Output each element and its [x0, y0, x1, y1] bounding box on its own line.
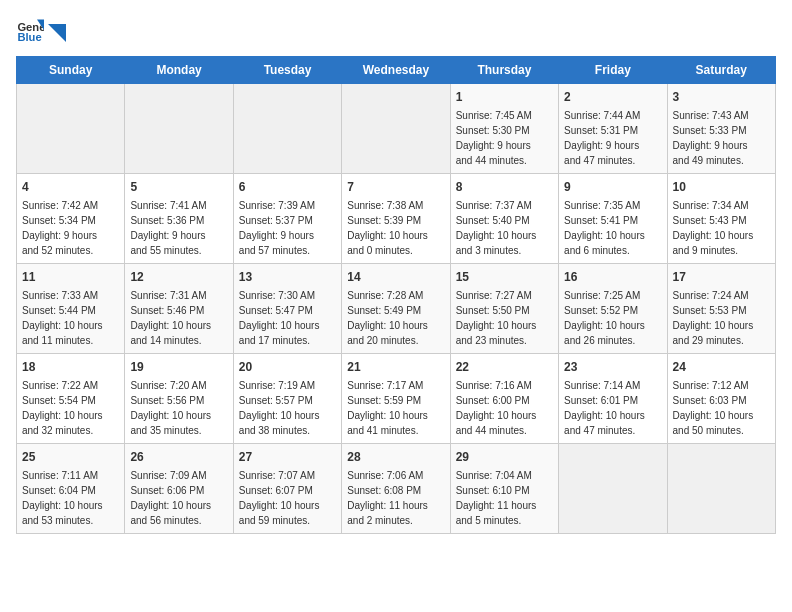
calendar-cell: 19Sunrise: 7:20 AMSunset: 5:56 PMDayligh… [125, 354, 233, 444]
day-info: Sunrise: 7:33 AMSunset: 5:44 PMDaylight:… [22, 288, 119, 348]
day-info: Sunrise: 7:04 AMSunset: 6:10 PMDaylight:… [456, 468, 553, 528]
day-info: Sunrise: 7:45 AMSunset: 5:30 PMDaylight:… [456, 108, 553, 168]
day-header-friday: Friday [559, 57, 667, 84]
calendar-table: SundayMondayTuesdayWednesdayThursdayFrid… [16, 56, 776, 534]
day-info: Sunrise: 7:27 AMSunset: 5:50 PMDaylight:… [456, 288, 553, 348]
day-info: Sunrise: 7:19 AMSunset: 5:57 PMDaylight:… [239, 378, 336, 438]
header: General Blue [16, 16, 776, 44]
days-header-row: SundayMondayTuesdayWednesdayThursdayFrid… [17, 57, 776, 84]
day-number: 10 [673, 178, 770, 196]
day-info: Sunrise: 7:06 AMSunset: 6:08 PMDaylight:… [347, 468, 444, 528]
calendar-cell: 23Sunrise: 7:14 AMSunset: 6:01 PMDayligh… [559, 354, 667, 444]
day-number: 29 [456, 448, 553, 466]
calendar-cell: 1Sunrise: 7:45 AMSunset: 5:30 PMDaylight… [450, 84, 558, 174]
day-info: Sunrise: 7:14 AMSunset: 6:01 PMDaylight:… [564, 378, 661, 438]
day-number: 4 [22, 178, 119, 196]
day-number: 28 [347, 448, 444, 466]
calendar-cell: 16Sunrise: 7:25 AMSunset: 5:52 PMDayligh… [559, 264, 667, 354]
calendar-cell [125, 84, 233, 174]
day-number: 26 [130, 448, 227, 466]
calendar-cell [342, 84, 450, 174]
calendar-cell [559, 444, 667, 534]
day-header-monday: Monday [125, 57, 233, 84]
day-number: 16 [564, 268, 661, 286]
day-info: Sunrise: 7:28 AMSunset: 5:49 PMDaylight:… [347, 288, 444, 348]
day-info: Sunrise: 7:38 AMSunset: 5:39 PMDaylight:… [347, 198, 444, 258]
day-number: 12 [130, 268, 227, 286]
day-number: 2 [564, 88, 661, 106]
calendar-cell [667, 444, 775, 534]
day-number: 8 [456, 178, 553, 196]
day-number: 19 [130, 358, 227, 376]
day-info: Sunrise: 7:22 AMSunset: 5:54 PMDaylight:… [22, 378, 119, 438]
day-info: Sunrise: 7:37 AMSunset: 5:40 PMDaylight:… [456, 198, 553, 258]
calendar-cell: 24Sunrise: 7:12 AMSunset: 6:03 PMDayligh… [667, 354, 775, 444]
day-info: Sunrise: 7:43 AMSunset: 5:33 PMDaylight:… [673, 108, 770, 168]
day-info: Sunrise: 7:09 AMSunset: 6:06 PMDaylight:… [130, 468, 227, 528]
day-number: 11 [22, 268, 119, 286]
calendar-cell: 5Sunrise: 7:41 AMSunset: 5:36 PMDaylight… [125, 174, 233, 264]
calendar-cell: 11Sunrise: 7:33 AMSunset: 5:44 PMDayligh… [17, 264, 125, 354]
calendar-cell: 3Sunrise: 7:43 AMSunset: 5:33 PMDaylight… [667, 84, 775, 174]
day-info: Sunrise: 7:42 AMSunset: 5:34 PMDaylight:… [22, 198, 119, 258]
calendar-cell: 17Sunrise: 7:24 AMSunset: 5:53 PMDayligh… [667, 264, 775, 354]
calendar-cell: 12Sunrise: 7:31 AMSunset: 5:46 PMDayligh… [125, 264, 233, 354]
calendar-cell: 10Sunrise: 7:34 AMSunset: 5:43 PMDayligh… [667, 174, 775, 264]
calendar-cell: 28Sunrise: 7:06 AMSunset: 6:08 PMDayligh… [342, 444, 450, 534]
calendar-cell: 14Sunrise: 7:28 AMSunset: 5:49 PMDayligh… [342, 264, 450, 354]
day-info: Sunrise: 7:20 AMSunset: 5:56 PMDaylight:… [130, 378, 227, 438]
calendar-cell: 2Sunrise: 7:44 AMSunset: 5:31 PMDaylight… [559, 84, 667, 174]
day-number: 23 [564, 358, 661, 376]
day-info: Sunrise: 7:25 AMSunset: 5:52 PMDaylight:… [564, 288, 661, 348]
day-info: Sunrise: 7:41 AMSunset: 5:36 PMDaylight:… [130, 198, 227, 258]
calendar-cell: 6Sunrise: 7:39 AMSunset: 5:37 PMDaylight… [233, 174, 341, 264]
calendar-cell [17, 84, 125, 174]
calendar-cell: 8Sunrise: 7:37 AMSunset: 5:40 PMDaylight… [450, 174, 558, 264]
day-info: Sunrise: 7:34 AMSunset: 5:43 PMDaylight:… [673, 198, 770, 258]
day-info: Sunrise: 7:07 AMSunset: 6:07 PMDaylight:… [239, 468, 336, 528]
calendar-cell: 26Sunrise: 7:09 AMSunset: 6:06 PMDayligh… [125, 444, 233, 534]
day-number: 3 [673, 88, 770, 106]
day-number: 6 [239, 178, 336, 196]
calendar-cell: 9Sunrise: 7:35 AMSunset: 5:41 PMDaylight… [559, 174, 667, 264]
calendar-cell: 27Sunrise: 7:07 AMSunset: 6:07 PMDayligh… [233, 444, 341, 534]
calendar-cell: 13Sunrise: 7:30 AMSunset: 5:47 PMDayligh… [233, 264, 341, 354]
day-number: 20 [239, 358, 336, 376]
day-header-sunday: Sunday [17, 57, 125, 84]
day-number: 18 [22, 358, 119, 376]
calendar-cell [233, 84, 341, 174]
day-info: Sunrise: 7:31 AMSunset: 5:46 PMDaylight:… [130, 288, 227, 348]
day-number: 15 [456, 268, 553, 286]
day-info: Sunrise: 7:24 AMSunset: 5:53 PMDaylight:… [673, 288, 770, 348]
day-info: Sunrise: 7:12 AMSunset: 6:03 PMDaylight:… [673, 378, 770, 438]
day-number: 22 [456, 358, 553, 376]
day-number: 24 [673, 358, 770, 376]
day-info: Sunrise: 7:11 AMSunset: 6:04 PMDaylight:… [22, 468, 119, 528]
calendar-cell: 18Sunrise: 7:22 AMSunset: 5:54 PMDayligh… [17, 354, 125, 444]
day-number: 21 [347, 358, 444, 376]
day-header-saturday: Saturday [667, 57, 775, 84]
calendar-cell: 25Sunrise: 7:11 AMSunset: 6:04 PMDayligh… [17, 444, 125, 534]
day-number: 27 [239, 448, 336, 466]
day-number: 14 [347, 268, 444, 286]
day-info: Sunrise: 7:16 AMSunset: 6:00 PMDaylight:… [456, 378, 553, 438]
day-number: 5 [130, 178, 227, 196]
day-number: 1 [456, 88, 553, 106]
day-info: Sunrise: 7:17 AMSunset: 5:59 PMDaylight:… [347, 378, 444, 438]
day-number: 17 [673, 268, 770, 286]
calendar-cell: 4Sunrise: 7:42 AMSunset: 5:34 PMDaylight… [17, 174, 125, 264]
logo-triangle-icon [48, 24, 66, 42]
svg-marker-3 [48, 24, 66, 42]
svg-text:Blue: Blue [17, 31, 41, 43]
calendar-cell: 22Sunrise: 7:16 AMSunset: 6:00 PMDayligh… [450, 354, 558, 444]
calendar-cell: 29Sunrise: 7:04 AMSunset: 6:10 PMDayligh… [450, 444, 558, 534]
day-number: 25 [22, 448, 119, 466]
week-row-4: 18Sunrise: 7:22 AMSunset: 5:54 PMDayligh… [17, 354, 776, 444]
day-info: Sunrise: 7:44 AMSunset: 5:31 PMDaylight:… [564, 108, 661, 168]
day-info: Sunrise: 7:35 AMSunset: 5:41 PMDaylight:… [564, 198, 661, 258]
day-number: 13 [239, 268, 336, 286]
week-row-2: 4Sunrise: 7:42 AMSunset: 5:34 PMDaylight… [17, 174, 776, 264]
week-row-3: 11Sunrise: 7:33 AMSunset: 5:44 PMDayligh… [17, 264, 776, 354]
day-header-tuesday: Tuesday [233, 57, 341, 84]
logo: General Blue [16, 16, 66, 44]
